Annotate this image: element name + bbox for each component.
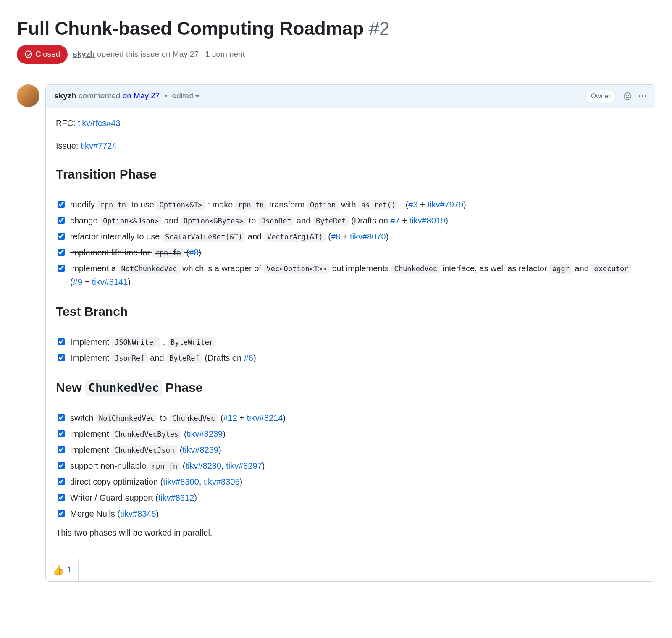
issue-title: Full Chunk-based Computing Roadmap #2 [17,17,655,40]
issue-ref-link[interactable]: #9 [73,277,82,286]
heading-new-chunkedvec: New ChunkedVec Phase [56,378,645,402]
svg-point-0 [624,92,631,100]
issue-ref-link[interactable]: tikv#8239 [187,429,223,438]
issue-ref-link[interactable]: #7 [391,216,400,225]
issue-ref-link[interactable]: tikv#8239 [182,445,218,454]
issue-author-link[interactable]: skyzh [73,50,95,58]
comment-date-link[interactable]: on May 27 [123,91,160,100]
thumbs-up-icon: 👍 [52,563,64,577]
issue-ref-link[interactable]: tikv#8141 [92,277,128,286]
task-item: modify rpn_fn to use Option<&T> : make r… [56,197,645,213]
edited-dropdown[interactable]: edited [172,91,200,100]
task-item: Implement JsonRef and ByteRef (Drafts on… [56,350,645,366]
task-item: direct copy optimization (tikv#8300, tik… [56,474,645,490]
issue-ref-link[interactable]: tikv#8305 [204,477,240,486]
task-item: implement lifetime for rpn_fn (#8) [56,244,645,260]
issue-meta-row: Closed skyzh opened this issue on May 27… [17,45,655,74]
task-item: refactor internally to use ScalarValueRe… [56,228,645,244]
task-item: implement ChunkedVecJson (tikv#8239) [56,442,645,458]
task-item: support non-nullable rpn_fn (tikv#8280, … [56,458,645,474]
smiley-icon [623,92,632,101]
issue-ref-link[interactable]: tikv#8312 [158,493,194,502]
svg-point-2 [628,95,629,95]
issue-link[interactable]: tikv#7724 [81,141,117,150]
task-checkbox[interactable] [58,233,65,240]
task-checkbox[interactable] [58,478,65,485]
task-item: change Option<&Json> and Option<&Bytes> … [56,213,645,228]
issue-ref-link[interactable]: tikv#8345 [120,509,156,518]
task-item: implement ChunkedVecBytes (tikv#8239) [56,426,645,442]
svg-point-1 [626,95,627,95]
task-checkbox[interactable] [58,265,65,272]
task-item: switch NotChunkedVec to ChunkedVec (#12 … [56,410,645,426]
reaction-count: 1 [67,564,71,576]
issue-ref-link[interactable]: #12 [223,413,237,423]
comment-header: skyzh commented on May 27 • edited Owner [46,85,655,108]
heading-test: Test Branch [56,302,645,326]
task-item: Writer / Guard support (tikv#8312) [56,490,645,506]
comment-body: RFC: tikv/rfcs#43 Issue: tikv#7724 Trans… [46,108,655,559]
task-item: implement a NotChunkedVec which is a wra… [56,260,645,290]
task-list-test: Implement JSONWriter , ByteWriter . Impl… [56,334,645,366]
comment-box: skyzh commented on May 27 • edited Owner… [45,84,655,582]
rfc-link[interactable]: tikv/rfcs#43 [78,118,120,128]
heading-transition: Transition Phase [56,164,645,189]
comment-author-link[interactable]: skyzh [54,91,76,100]
task-checkbox[interactable] [58,338,65,345]
footer-note: This two phases will be worked in parall… [56,526,645,539]
task-item: Merge Nulls (tikv#8345) [56,506,645,522]
task-checkbox[interactable] [58,510,65,517]
task-checkbox[interactable] [58,201,65,208]
chevron-down-icon [195,95,200,100]
issue-ref-link[interactable]: #8 [189,248,198,257]
task-checkbox[interactable] [58,354,65,361]
task-checkbox[interactable] [58,462,65,469]
issue-ref-link[interactable]: tikv#8280 [185,461,221,470]
task-checkbox[interactable] [58,217,65,224]
issue-ref-link[interactable]: #3 [408,200,417,209]
issue-ref-link[interactable]: tikv#8019 [410,216,446,225]
task-checkbox[interactable] [58,414,65,421]
issue-title-text: Full Chunk-based Computing Roadmap [17,18,364,39]
task-list-new: switch NotChunkedVec to ChunkedVec (#12 … [56,410,645,522]
task-checkbox[interactable] [58,430,65,437]
thumbs-up-reaction[interactable]: 👍 1 [46,559,79,581]
task-checkbox[interactable] [58,446,65,453]
issue-subheader: skyzh opened this issue on May 27 · 1 co… [73,48,245,60]
reactions-bar: 👍 1 [46,559,655,581]
state-badge-closed: Closed [17,45,68,64]
issue-number: #2 [369,18,389,39]
avatar[interactable] [17,84,39,107]
issue-ref-link[interactable]: tikv#8070 [350,232,386,241]
task-checkbox[interactable] [58,494,65,501]
issue-ref-link[interactable]: #6 [244,353,253,362]
add-reaction-button[interactable] [623,92,632,101]
task-item: Implement JSONWriter , ByteWriter . [56,334,645,350]
owner-label: Owner [585,90,616,102]
issue-ref-link[interactable]: tikv#8214 [247,413,283,423]
comment-menu-button[interactable] [639,95,646,97]
issue-ref-link[interactable]: tikv#8297 [226,461,262,470]
issue-ref-link[interactable]: tikv#8300 [163,477,199,486]
issue-ref-link[interactable]: tikv#7979 [427,200,463,209]
state-label: Closed [35,48,60,60]
closed-icon [24,50,33,58]
issue-ref-link[interactable]: #8 [331,232,340,241]
task-checkbox[interactable] [58,249,65,256]
task-list-transition: modify rpn_fn to use Option<&T> : make r… [56,197,645,290]
